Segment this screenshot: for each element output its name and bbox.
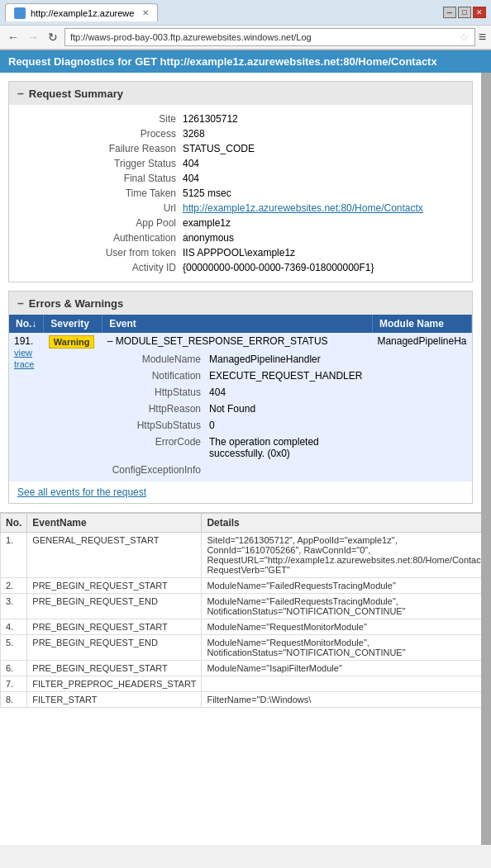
summary-row-failure-reason: Failure Reason STATUS_CODE (9, 141, 472, 156)
label-trigger-status: Trigger Status (17, 158, 183, 169)
detail-label-config-exception: ConfigExceptionInfo (109, 462, 204, 477)
collapse-icon-errors: – (17, 296, 24, 310)
browser-tab[interactable]: http://example1z.azurewe ✕ (5, 3, 158, 21)
tab-close-button[interactable]: ✕ (142, 8, 149, 17)
tab-title: http://example1z.azurewe (31, 8, 134, 18)
value-app-pool: example1z (183, 217, 231, 229)
col-header-module: Module Name (372, 315, 471, 333)
summary-row-process: Process 3268 (9, 126, 472, 141)
label-url: Url (17, 202, 183, 214)
value-site: 1261305712 (183, 113, 238, 125)
back-button[interactable]: ← (5, 29, 21, 45)
forward-button[interactable]: → (25, 29, 41, 45)
detail-row-notification: Notification EXECUTE_REQUEST_HANDLER (109, 368, 366, 383)
summary-row-authentication: Authentication anonymous (9, 230, 472, 245)
errors-warnings-title: Errors & Warnings (29, 297, 123, 310)
detail-label-notification: Notification (109, 368, 204, 383)
label-failure-reason: Failure Reason (17, 143, 183, 154)
summary-row-site: Site 1261305712 (9, 111, 472, 126)
error-no-text: 191. (14, 335, 33, 347)
event-name: PRE_BEGIN_REQUEST_END (27, 594, 202, 619)
minimize-button[interactable]: ─ (443, 7, 456, 18)
error-row-191: 191. view trace Warning – MODULE_SET_RES… (9, 333, 472, 481)
events-col-no: No. (1, 513, 27, 533)
see-all-events-link[interactable]: See all events for the request (9, 481, 472, 503)
event-no: 2. (1, 578, 27, 594)
col-header-event: Event (102, 315, 373, 333)
detail-value-error-code: The operation completed successfully. (0… (206, 434, 365, 461)
close-button[interactable]: ✕ (473, 7, 486, 18)
detail-row-error-code: ErrorCode The operation completed succes… (109, 434, 366, 461)
detail-value-config-exception (206, 462, 365, 477)
summary-row-final-status: Final Status 404 (9, 171, 472, 186)
col-header-no: No.↓ (9, 315, 44, 333)
value-failure-reason: STATUS_CODE (183, 143, 255, 154)
event-details: ModuleName="RequestMonitorModule" (202, 619, 491, 635)
event-row: 1. GENERAL_REQUEST_START SiteId="1261305… (1, 533, 492, 578)
label-final-status: Final Status (17, 173, 183, 184)
summary-row-time-taken: Time Taken 5125 msec (9, 186, 472, 201)
event-no: 4. (1, 619, 27, 635)
summary-row-url: Url http://example1z.azurewebsites.net:8… (9, 201, 472, 216)
warning-badge: Warning (49, 335, 95, 349)
summary-row-trigger-status: Trigger Status 404 (9, 156, 472, 171)
browser-chrome: http://example1z.azurewe ✕ ─ □ ✕ ← → ↻ f… (0, 0, 491, 50)
error-details-table: ModuleName ManagedPipelineHandler Notifi… (107, 350, 368, 479)
event-details: ModuleName="FailedRequestsTracingModule"… (202, 594, 491, 619)
event-row: 7. FILTER_PREPROC_HEADERS_START 21:05:24… (1, 676, 492, 692)
maximize-button[interactable]: □ (458, 7, 471, 18)
label-process: Process (17, 128, 183, 140)
reload-button[interactable]: ↻ (45, 29, 61, 45)
events-col-name: EventName (27, 513, 202, 533)
address-bar[interactable]: ftp://waws-prod-bay-003.ftp.azurewebsite… (64, 28, 475, 46)
request-summary-header[interactable]: – Request Summary (9, 82, 472, 105)
col-header-severity: Severity (44, 315, 102, 333)
event-row: 5. PRE_BEGIN_REQUEST_END ModuleName="Req… (1, 635, 492, 661)
event-no: 1. (1, 533, 27, 578)
detail-label-module-name: ModuleName (109, 352, 204, 367)
value-final-status: 404 (183, 173, 199, 184)
events-table: No. EventName Details Time 1. GENERAL_RE… (0, 512, 491, 708)
collapse-icon: – (17, 87, 24, 100)
event-row: 6. PRE_BEGIN_REQUEST_START ModuleName="I… (1, 661, 492, 676)
event-details (202, 676, 491, 692)
summary-row-app-pool: App Pool example1z (9, 216, 472, 230)
nav-bar: ← → ↻ ftp://waws-prod-bay-003.ftp.azurew… (0, 25, 491, 50)
errors-table: No.↓ Severity Event Module Name 191. vie… (9, 315, 472, 481)
event-no: 3. (1, 594, 27, 619)
event-no: 6. (1, 661, 27, 676)
address-text: ftp://waws-prod-bay-003.ftp.azurewebsite… (70, 32, 312, 42)
label-authentication: Authentication (17, 232, 183, 244)
detail-value-notification: EXECUTE_REQUEST_HANDLER (206, 368, 365, 383)
label-site: Site (17, 113, 183, 125)
events-col-details: Details (202, 513, 491, 533)
errors-table-header-row: No.↓ Severity Event Module Name (9, 315, 472, 333)
detail-label-http-substatus: HttpSubStatus (109, 418, 204, 433)
browser-menu-icon[interactable]: ≡ (479, 30, 486, 45)
title-bar: http://example1z.azurewe ✕ ─ □ ✕ (0, 0, 491, 25)
event-no: 5. (1, 635, 27, 661)
request-summary-section: – Request Summary Site 1261305712 Proces… (8, 81, 473, 282)
event-row: 4. PRE_BEGIN_REQUEST_START ModuleName="R… (1, 619, 492, 635)
event-name: PRE_BEGIN_REQUEST_END (27, 635, 202, 661)
detail-row-module-name: ModuleName ManagedPipelineHandler (109, 352, 366, 367)
errors-warnings-section: – Errors & Warnings No.↓ Severity Event … (8, 291, 473, 504)
detail-row-http-substatus: HttpSubStatus 0 (109, 418, 366, 433)
event-no: 7. (1, 676, 27, 692)
errors-warnings-header[interactable]: – Errors & Warnings (9, 292, 472, 315)
detail-label-error-code: ErrorCode (109, 434, 204, 461)
event-details: ModuleName="FailedRequestsTracingModule" (202, 578, 491, 594)
event-details: ModuleName="IsapiFilterModule" (202, 661, 491, 676)
value-trigger-status: 404 (183, 158, 199, 169)
bookmark-star-icon[interactable]: ☆ (459, 31, 470, 44)
event-name: PRE_BEGIN_REQUEST_START (27, 619, 202, 635)
value-time-taken: 5125 msec (183, 187, 231, 199)
detail-value-http-reason: Not Found (206, 401, 365, 416)
events-section: No. EventName Details Time 1. GENERAL_RE… (0, 512, 481, 708)
value-url[interactable]: http://example1z.azurewebsites.net:80/Ho… (183, 202, 423, 214)
event-name: FILTER_START (27, 692, 202, 708)
label-app-pool: App Pool (17, 217, 183, 229)
page-header: Request Diagnostics for GET http://examp… (0, 50, 491, 73)
error-module: ManagedPipelineHa (372, 333, 471, 481)
view-trace-link[interactable]: view trace (14, 348, 34, 369)
